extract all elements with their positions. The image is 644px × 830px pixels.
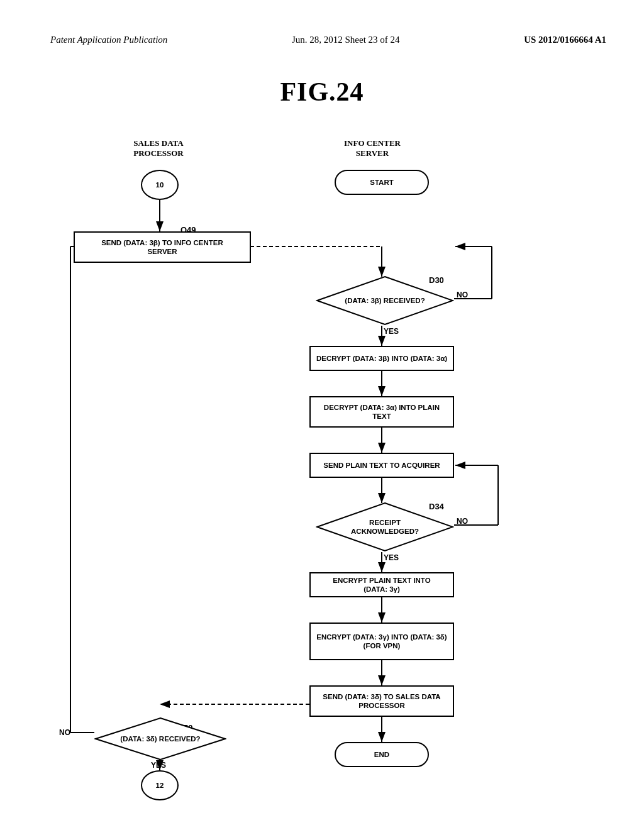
label-yes-d30: YES (384, 327, 399, 336)
page: Patent Application Publication Jun. 28, … (0, 0, 644, 830)
box-q49: SEND (DATA: 3β) TO INFO CENTERSERVER (74, 231, 251, 263)
node-start: START (335, 170, 429, 195)
header-patent-number: US 2012/0166664 A1 (524, 35, 606, 45)
node-end: END (335, 742, 429, 767)
box-d31: DECRYPT (DATA: 3β) INTO (DATA: 3α) (309, 346, 454, 371)
col-label-right: INFO CENTERSERVER (309, 138, 435, 158)
box-d35: ENCRYPT PLAIN TEXT INTO(DATA: 3γ) (309, 572, 454, 597)
flowchart: SALES DATAPROCESSOR INFO CENTERSERVER 10… (39, 132, 605, 799)
diamond-d34: RECEIPTACKNOWLEDGED? (316, 502, 454, 552)
col-label-left: SALES DATAPROCESSOR (102, 138, 215, 158)
label-no-q50: NO (59, 728, 70, 737)
node-12: 12 (141, 770, 179, 800)
node-10: 10 (141, 170, 179, 200)
label-no-d30: NO (457, 290, 468, 299)
header: Patent Application Publication Jun. 28, … (0, 0, 644, 58)
box-d33: SEND PLAIN TEXT TO ACQUIRER (309, 453, 454, 478)
figure-title: FIG.24 (0, 77, 644, 107)
header-publication: Patent Application Publication (50, 35, 167, 45)
box-d36: ENCRYPT (DATA: 3γ) INTO (DATA: 3δ)(FOR V… (309, 622, 454, 660)
header-date-sheet: Jun. 28, 2012 Sheet 23 of 24 (292, 35, 400, 45)
diamond-d30: (DATA: 3β) RECEIVED? (316, 275, 454, 326)
box-d37: SEND (DATA: 3δ) TO SALES DATAPROCESSOR (309, 685, 454, 717)
label-yes-q50: YES (151, 761, 166, 770)
label-yes-d34: YES (384, 553, 399, 562)
diamond-q50: (DATA: 3δ) RECEIVED? (94, 717, 226, 761)
box-d32: DECRYPT (DATA: 3α) INTO PLAINTEXT (309, 396, 454, 428)
label-no-d34: NO (457, 517, 468, 526)
